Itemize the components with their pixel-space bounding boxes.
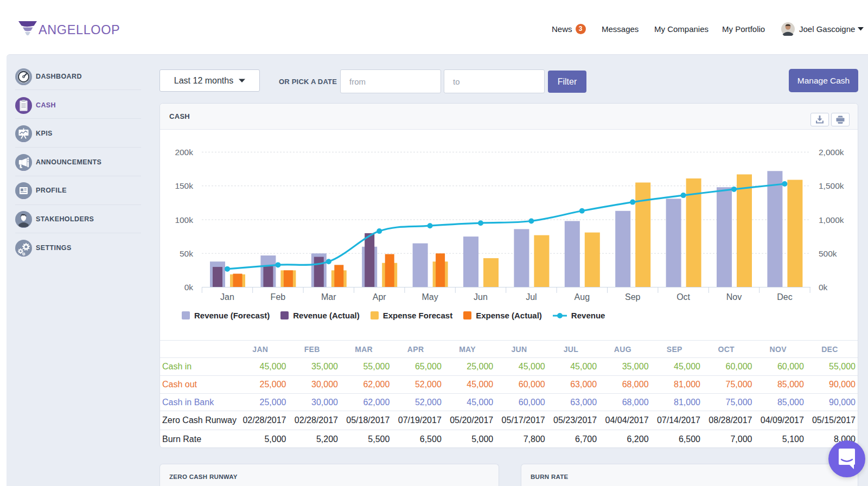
svg-text:500k: 500k [819,249,837,258]
svg-text:1,500k: 1,500k [819,181,844,190]
svg-text:100k: 100k [175,215,193,225]
svg-text:Jul: Jul [526,292,537,302]
svg-text:Mar: Mar [321,292,336,302]
svg-text:ANGELLOOP: ANGELLOOP [39,23,120,37]
svg-text:200k: 200k [175,148,193,157]
svg-text:150k: 150k [175,181,193,190]
svg-text:1,000k: 1,000k [819,215,844,225]
svg-text:Feb: Feb [271,292,286,302]
svg-text:Jun: Jun [474,292,488,302]
svg-text:0k: 0k [184,283,194,292]
svg-text:Nov: Nov [726,292,742,302]
svg-text:2,000k: 2,000k [819,148,844,157]
svg-text:Apr: Apr [373,292,387,302]
svg-text:May: May [422,292,438,302]
svg-text:Sep: Sep [625,292,641,302]
svg-text:Aug: Aug [575,292,590,302]
svg-text:50k: 50k [180,249,193,258]
svg-text:Jan: Jan [220,292,234,302]
svg-text:0k: 0k [819,283,828,292]
svg-text:Dec: Dec [777,292,792,302]
svg-text:Oct: Oct [676,292,690,302]
